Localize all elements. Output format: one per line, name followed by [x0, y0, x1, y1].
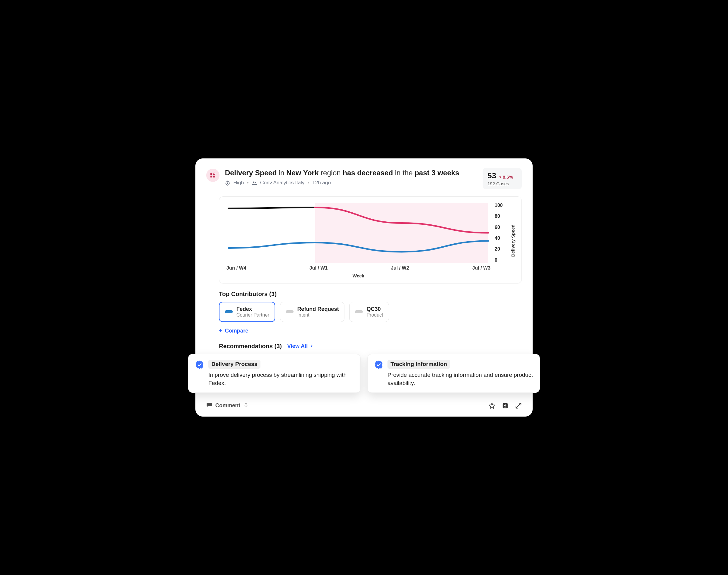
- chip-swatch-icon: [355, 310, 363, 313]
- down-triangle-icon: ▼: [499, 175, 502, 179]
- y-tick: 20: [495, 246, 508, 252]
- chip-swatch-icon: [225, 310, 233, 313]
- contributor-chips: Fedex Courier Partner Refund Request Int…: [219, 302, 522, 322]
- y-tick: 80: [495, 213, 508, 219]
- contributor-chip[interactable]: QC30 Product: [349, 302, 389, 322]
- footer: Comment 0: [206, 401, 522, 409]
- chip-sub: Courier Partner: [236, 312, 269, 318]
- x-tick: Jul / W1: [310, 265, 328, 271]
- svg-rect-1: [211, 176, 212, 177]
- svg-line-17: [516, 406, 518, 408]
- expand-button[interactable]: [515, 402, 522, 409]
- comment-icon: [206, 402, 212, 409]
- recommendation-card[interactable]: Delivery Process Improve delivery proces…: [188, 354, 361, 393]
- compare-button[interactable]: + Compare: [219, 328, 248, 334]
- team-label: Conv Analytics Italy: [260, 180, 304, 186]
- contributors-title: Top Contributors (3): [219, 291, 522, 298]
- header-text: Delivery Speed in New York region has de…: [225, 168, 477, 186]
- y-axis-label: Delivery Speed: [510, 225, 515, 257]
- target-icon: [225, 180, 230, 186]
- score-delta: ▼ 8.6%: [499, 174, 513, 179]
- contributor-chip[interactable]: Refund Request Intent: [280, 302, 344, 322]
- svg-line-16: [518, 403, 521, 405]
- contributor-chip[interactable]: Fedex Courier Partner: [219, 302, 275, 322]
- chip-name: Refund Request: [297, 306, 339, 312]
- svg-point-11: [255, 182, 256, 183]
- chip-name: Fedex: [236, 306, 269, 312]
- recommendations-header: Recommendations (3) View All: [219, 343, 522, 350]
- recommendation-desc: Provide accurate tracking information an…: [388, 371, 533, 387]
- recommendation-desc: Improve delivery process by streamlining…: [208, 371, 354, 387]
- svg-rect-12: [315, 203, 488, 263]
- app-icon: [206, 169, 219, 182]
- svg-point-10: [253, 181, 254, 183]
- chip-sub: Intent: [297, 312, 339, 318]
- meta-row: High • Conv Analytics Italy • 12h ago: [225, 180, 477, 186]
- recommendation-tag: Delivery Process: [208, 360, 260, 369]
- header: Delivery Speed in New York region has de…: [206, 168, 522, 189]
- download-button[interactable]: [502, 402, 509, 409]
- view-all-button[interactable]: View All: [287, 343, 314, 349]
- y-tick: 100: [495, 203, 508, 208]
- age-label: 12h ago: [312, 180, 331, 186]
- svg-point-5: [227, 182, 228, 183]
- x-tick: Jul / W3: [472, 265, 490, 271]
- title-bold-1: Delivery Speed: [225, 169, 277, 177]
- star-button[interactable]: [489, 402, 495, 409]
- comment-button[interactable]: Comment 0: [206, 402, 248, 409]
- x-tick: Jun / W4: [226, 265, 246, 271]
- chip-sub: Product: [366, 312, 383, 318]
- chart-card: Jun / W4Jul / W1Jul / W2Jul / W3 Week 10…: [219, 196, 522, 283]
- y-tick: 40: [495, 236, 508, 241]
- svg-rect-2: [213, 176, 215, 177]
- y-tick: 0: [495, 258, 508, 263]
- score-value: 53: [487, 171, 496, 180]
- x-ticks: Jun / W4Jul / W1Jul / W2Jul / W3: [225, 265, 492, 271]
- x-tick: Jul / W2: [391, 265, 409, 271]
- contributors-section: Top Contributors (3) Fedex Courier Partn…: [219, 291, 522, 334]
- insight-card: Delivery Speed in New York region has de…: [195, 159, 533, 416]
- svg-rect-0: [211, 173, 212, 175]
- y-ticks: 100806040200: [492, 203, 508, 263]
- score-box: 53 ▼ 8.6% 192 Cases: [483, 168, 522, 189]
- plus-icon: +: [219, 328, 222, 334]
- priority-label: High: [233, 180, 244, 186]
- svg-marker-13: [489, 403, 495, 408]
- y-tick: 60: [495, 225, 508, 230]
- verified-badge-icon: [195, 360, 204, 370]
- comment-count: 0: [245, 402, 248, 409]
- chip-name: QC30: [366, 306, 383, 312]
- title-bold-2: New York: [286, 169, 319, 177]
- insight-title: Delivery Speed in New York region has de…: [225, 168, 477, 177]
- chart-plot: Jun / W4Jul / W1Jul / W2Jul / W3 Week: [225, 203, 492, 278]
- recommendation-card[interactable]: Tracking Information Provide accurate tr…: [367, 354, 540, 393]
- title-bold-4: past 3 weeks: [414, 169, 459, 177]
- team-icon: [252, 180, 257, 186]
- recommendations-title: Recommendations (3): [219, 343, 282, 350]
- chevron-right-icon: [310, 343, 314, 349]
- score-cases: 192 Cases: [487, 181, 517, 186]
- x-axis-label: Week: [225, 273, 492, 278]
- svg-point-3: [213, 173, 215, 175]
- chip-swatch-icon: [286, 310, 294, 313]
- verified-badge-icon: [374, 360, 383, 370]
- recommendation-tag: Tracking Information: [388, 360, 450, 369]
- recommendation-cards: Delivery Process Improve delivery proces…: [188, 354, 540, 393]
- title-bold-3: has decreased: [342, 169, 393, 177]
